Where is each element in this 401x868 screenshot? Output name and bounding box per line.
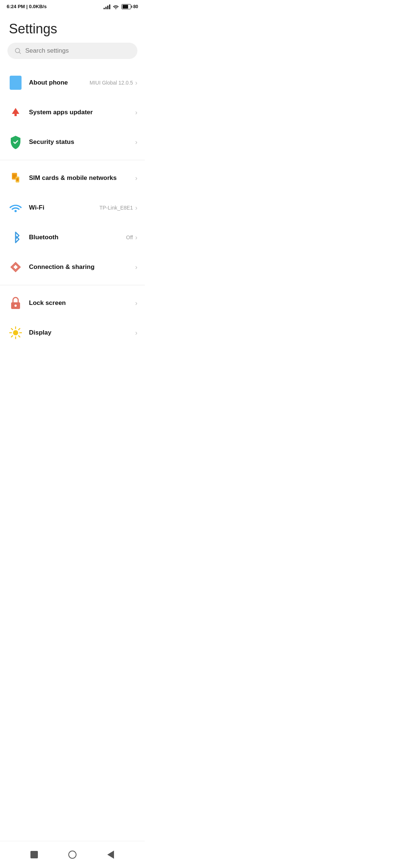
- connection-right: ›: [135, 263, 137, 271]
- about-phone-sublabel: MIUI Global 12.0.5: [89, 80, 133, 86]
- sim-icon: [7, 170, 24, 186]
- bluetooth-label: Bluetooth: [29, 234, 126, 241]
- connection-text: Connection & sharing: [29, 263, 135, 271]
- bluetooth-right: Off ›: [126, 234, 137, 241]
- about-phone-label: About phone: [29, 79, 89, 86]
- wifi-sublabel: TP-Link_E8E1: [100, 205, 133, 211]
- search-icon: [14, 47, 22, 55]
- lock-label: Lock screen: [29, 299, 135, 307]
- wifi-icon: [7, 200, 24, 216]
- lock-icon: [7, 295, 24, 311]
- svg-line-19: [12, 336, 13, 337]
- sim-label: SIM cards & mobile networks: [29, 174, 135, 182]
- connection-label: Connection & sharing: [29, 263, 135, 271]
- chevron-icon: ›: [135, 329, 137, 337]
- system-updater-label: System apps updater: [29, 109, 135, 116]
- display-right: ›: [135, 329, 137, 337]
- battery-icon: [121, 4, 131, 9]
- page-title: Settings: [0, 11, 145, 43]
- section-display: Lock screen ›: [0, 288, 145, 348]
- svg-point-11: [13, 330, 18, 335]
- settings-item-security[interactable]: Security status ›: [0, 127, 145, 157]
- chevron-icon: ›: [135, 79, 137, 87]
- settings-item-bluetooth[interactable]: Bluetooth Off ›: [0, 223, 145, 252]
- security-right: ›: [135, 138, 137, 146]
- wifi-text: Wi-Fi: [29, 204, 100, 211]
- chevron-icon: ›: [135, 204, 137, 212]
- chevron-icon: ›: [135, 109, 137, 116]
- security-text: Security status: [29, 138, 135, 146]
- settings-item-about-phone[interactable]: About phone MIUI Global 12.0.5 ›: [0, 68, 145, 98]
- svg-rect-2: [14, 114, 17, 116]
- sim-text: SIM cards & mobile networks: [29, 174, 135, 182]
- bluetooth-text: Bluetooth: [29, 234, 126, 241]
- chevron-icon: ›: [135, 234, 137, 241]
- divider-1: [0, 160, 145, 160]
- wifi-status-icon: [113, 4, 119, 9]
- bluetooth-sublabel: Off: [126, 234, 133, 240]
- system-updater-right: ›: [135, 109, 137, 116]
- svg-line-18: [19, 329, 20, 330]
- system-updater-text: System apps updater: [29, 109, 135, 116]
- status-bar: 6:24 PM | 0.0KB/s 80: [0, 0, 145, 11]
- chevron-icon: ›: [135, 263, 137, 271]
- svg-marker-1: [12, 108, 19, 114]
- battery-percentage: 80: [133, 4, 138, 9]
- status-time-speed: 6:24 PM | 0.0KB/s: [7, 4, 47, 9]
- about-phone-text: About phone: [29, 79, 89, 86]
- settings-item-sim[interactable]: SIM cards & mobile networks ›: [0, 163, 145, 193]
- svg-rect-6: [16, 178, 19, 181]
- lock-right: ›: [135, 299, 137, 307]
- settings-item-lock[interactable]: Lock screen ›: [0, 288, 145, 318]
- chevron-icon: ›: [135, 174, 137, 182]
- time: 6:24 PM: [7, 4, 25, 9]
- svg-line-16: [12, 329, 13, 330]
- search-bar[interactable]: [7, 43, 137, 59]
- chevron-icon: ›: [135, 138, 137, 146]
- lock-text: Lock screen: [29, 299, 135, 307]
- chevron-icon: ›: [135, 299, 137, 307]
- connection-icon: [7, 259, 24, 275]
- about-phone-right: MIUI Global 12.0.5 ›: [89, 79, 137, 87]
- display-icon: [7, 325, 24, 341]
- divider-2: [0, 285, 145, 285]
- svg-line-17: [19, 336, 20, 337]
- status-icons: 80: [104, 4, 138, 9]
- wifi-label: Wi-Fi: [29, 204, 100, 211]
- speed-separator: |: [26, 4, 29, 9]
- settings-item-display[interactable]: Display ›: [0, 318, 145, 348]
- section-top: About phone MIUI Global 12.0.5 › System …: [0, 68, 145, 157]
- search-input[interactable]: [25, 47, 131, 55]
- settings-item-system-updater[interactable]: System apps updater ›: [0, 98, 145, 127]
- settings-item-wifi[interactable]: Wi-Fi TP-Link_E8E1 ›: [0, 193, 145, 223]
- about-phone-icon: [7, 75, 24, 91]
- svg-point-10: [14, 305, 17, 307]
- display-text: Display: [29, 329, 135, 336]
- display-label: Display: [29, 329, 135, 336]
- wifi-right: TP-Link_E8E1 ›: [100, 204, 137, 212]
- settings-content: About phone MIUI Global 12.0.5 › System …: [0, 68, 145, 377]
- system-updater-icon: [7, 104, 24, 121]
- section-connectivity: SIM cards & mobile networks › Wi-Fi TP-L…: [0, 163, 145, 282]
- settings-item-connection[interactable]: Connection & sharing ›: [0, 252, 145, 282]
- signal-icon: [104, 4, 110, 9]
- security-label: Security status: [29, 138, 135, 146]
- sim-right: ›: [135, 174, 137, 182]
- security-icon: [7, 134, 24, 150]
- network-speed: 0.0KB/s: [29, 4, 47, 9]
- bluetooth-icon: [7, 229, 24, 246]
